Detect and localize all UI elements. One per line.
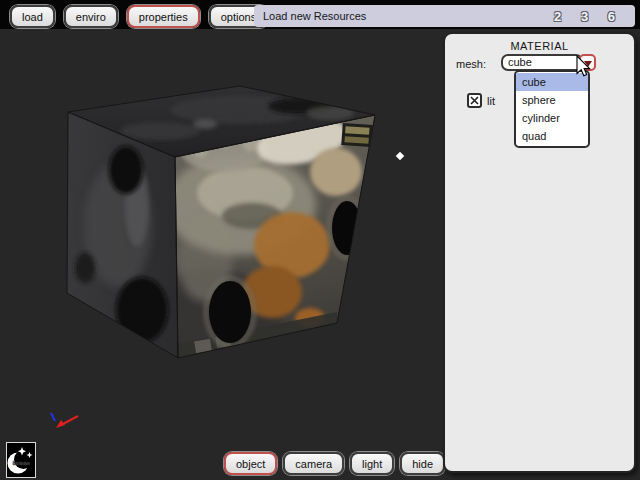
lit-label: lit [487, 95, 495, 107]
crescent-moon-icon: luxinia [7, 443, 35, 477]
bottom-toolbar: object camera light hide [224, 452, 445, 475]
dropdown-option-sphere[interactable]: sphere [516, 91, 588, 109]
material-panel: MATERIAL mesh: cube cube sphere cylinder… [443, 32, 636, 473]
mesh-combo-dropdown-button[interactable] [579, 54, 596, 71]
top-toolbar-buttons: load enviro properties options [10, 5, 268, 28]
hide-button[interactable]: hide [400, 452, 445, 475]
lit-checkbox[interactable] [467, 93, 482, 108]
axis-gizmo [51, 413, 78, 428]
load-button[interactable]: load [10, 5, 55, 28]
light-button[interactable]: light [350, 452, 394, 475]
mesh-dropdown-list: cube sphere cylinder quad [514, 70, 590, 148]
status-text: Load new Resources [263, 10, 366, 22]
enviro-button[interactable]: enviro [64, 5, 118, 28]
status-strip: Load new Resources 2 3 6 [254, 5, 635, 27]
mesh-label: mesh: [456, 58, 486, 70]
properties-button[interactable]: properties [127, 5, 200, 28]
dropdown-option-quad[interactable]: quad [516, 127, 588, 145]
mesh-combo-field[interactable]: cube [501, 54, 583, 71]
dropdown-option-cylinder[interactable]: cylinder [516, 109, 588, 127]
top-toolbar: load enviro properties options Load new … [0, 0, 640, 29]
dropdown-option-cube[interactable]: cube [516, 73, 588, 91]
chevron-down-icon [584, 61, 592, 67]
textured-cube[interactable] [67, 86, 375, 392]
logo-text: luxinia [12, 460, 30, 466]
luxinia-logo: luxinia [6, 442, 36, 478]
cube-sign-decal [341, 123, 372, 147]
counter-digits: 2 3 6 [554, 9, 623, 24]
lit-row: lit [467, 93, 495, 108]
object-button[interactable]: object [224, 452, 277, 475]
checkbox-x-icon [470, 96, 479, 105]
app-window: load enviro properties options Load new … [0, 0, 640, 480]
panel-title: MATERIAL [445, 40, 634, 52]
light-indicator-dot[interactable] [396, 152, 404, 160]
camera-button[interactable]: camera [283, 452, 344, 475]
